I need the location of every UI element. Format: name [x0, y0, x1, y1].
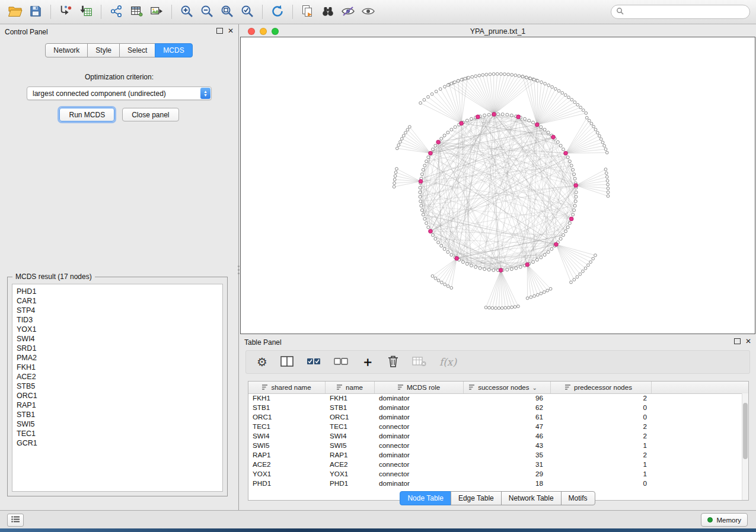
maximize-window-icon[interactable]: [272, 28, 279, 35]
table-cell[interactable]: 18: [464, 479, 551, 488]
table-cell[interactable]: connector: [375, 441, 464, 450]
tab-motifs[interactable]: Motifs: [561, 491, 595, 505]
mcds-result-node[interactable]: TEC1: [17, 429, 218, 438]
search-binoculars-button[interactable]: [318, 3, 337, 21]
table-cell[interactable]: [652, 431, 742, 441]
chevron-down-icon[interactable]: ⌄: [532, 384, 537, 391]
table-cell[interactable]: ACE2: [326, 460, 375, 469]
mcds-result-node[interactable]: YOX1: [17, 325, 218, 334]
mcds-result-node[interactable]: PHD1: [17, 287, 218, 296]
table-cell[interactable]: RAP1: [248, 450, 326, 460]
table-cell[interactable]: dominator: [375, 403, 464, 412]
create-column-button[interactable]: ＋: [361, 354, 374, 370]
table-cell[interactable]: 0: [551, 479, 652, 488]
show-columns-button[interactable]: [280, 354, 294, 370]
export-network-button[interactable]: [107, 3, 126, 21]
table-cell[interactable]: 62: [464, 403, 551, 412]
table-cell[interactable]: STB1: [248, 403, 326, 412]
table-cell[interactable]: connector: [375, 422, 464, 431]
table-row[interactable]: SWI5SWI5connector431: [248, 441, 742, 450]
table-cell[interactable]: 1: [551, 469, 652, 479]
table-row[interactable]: RAP1RAP1dominator352: [248, 450, 742, 460]
zoom-in-button[interactable]: [177, 3, 196, 21]
table-cell[interactable]: 47: [464, 422, 551, 431]
table-cell[interactable]: connector: [375, 460, 464, 469]
table-cell[interactable]: connector: [375, 469, 464, 479]
table-cell[interactable]: dominator: [375, 412, 464, 422]
close-panel-button[interactable]: Close panel: [122, 108, 178, 121]
float-window-icon[interactable]: [216, 28, 223, 34]
mcds-result-node[interactable]: TID3: [17, 315, 218, 325]
mcds-result-node[interactable]: STP4: [17, 306, 218, 315]
table-row[interactable]: FKH1FKH1dominator962: [248, 393, 742, 403]
close-window-icon[interactable]: [248, 28, 255, 35]
table-cell[interactable]: 29: [464, 469, 551, 479]
table-cell[interactable]: 35: [464, 450, 551, 460]
table-cell[interactable]: SWI4: [326, 431, 375, 441]
table-cell[interactable]: PHD1: [248, 479, 326, 488]
table-cell[interactable]: [652, 412, 742, 422]
table-cell[interactable]: ORC1: [248, 412, 326, 422]
deselect-all-button[interactable]: [334, 354, 348, 370]
mcds-result-node[interactable]: CAR1: [17, 296, 218, 306]
delete-table-button[interactable]: [412, 354, 426, 370]
scrollbar-thumb[interactable]: [743, 403, 748, 459]
table-cell[interactable]: dominator: [375, 431, 464, 441]
column-header-predecessor-nodes[interactable]: predecessor nodes: [551, 382, 652, 393]
column-header-successor-nodes[interactable]: successor nodes ⌄: [464, 382, 551, 393]
mcds-result-node[interactable]: PMA2: [17, 353, 218, 363]
table-cell[interactable]: [652, 460, 742, 469]
delete-column-button[interactable]: [387, 354, 399, 370]
hide-selected-button[interactable]: [339, 3, 358, 21]
table-cell[interactable]: dominator: [375, 450, 464, 460]
export-table-button[interactable]: [127, 3, 146, 21]
table-cell[interactable]: 0: [551, 412, 652, 422]
table-cell[interactable]: [652, 422, 742, 431]
table-cell[interactable]: SWI4: [248, 431, 326, 441]
table-scrollbar[interactable]: [742, 393, 748, 500]
mcds-result-node[interactable]: GCR1: [17, 438, 218, 448]
mcds-result-node[interactable]: RAP1: [17, 400, 218, 410]
table-cell[interactable]: 2: [551, 422, 652, 431]
close-panel-icon[interactable]: ✕: [228, 27, 234, 34]
mcds-result-node[interactable]: SWI4: [17, 334, 218, 344]
table-cell[interactable]: SWI5: [326, 441, 375, 450]
run-mcds-button[interactable]: Run MCDS: [59, 108, 114, 121]
table-options-button[interactable]: ⚙: [257, 354, 267, 370]
table-cell[interactable]: dominator: [375, 479, 464, 488]
table-row[interactable]: TEC1TEC1connector472: [248, 422, 742, 431]
zoom-selected-button[interactable]: [238, 3, 257, 21]
tab-style[interactable]: Style: [87, 43, 120, 57]
global-search-field[interactable]: [611, 5, 750, 19]
tab-network[interactable]: Network: [45, 43, 88, 57]
mcds-result-list[interactable]: PHD1CAR1STP4TID3YOX1SWI4SRD1PMA2FKH1ACE2…: [12, 284, 223, 492]
table-cell[interactable]: TEC1: [248, 422, 326, 431]
table-cell[interactable]: TEC1: [326, 422, 375, 431]
memory-button[interactable]: Memory: [701, 513, 748, 527]
tab-edge-table[interactable]: Edge Table: [451, 491, 502, 505]
table-cell[interactable]: 0: [551, 403, 652, 412]
minimize-window-icon[interactable]: [260, 28, 267, 35]
mcds-result-node[interactable]: STB5: [17, 382, 218, 391]
table-cell[interactable]: 1: [551, 460, 652, 469]
refresh-button[interactable]: [268, 3, 287, 21]
table-cell[interactable]: [652, 441, 742, 450]
close-panel-icon[interactable]: ✕: [745, 338, 751, 345]
table-cell[interactable]: SWI5: [248, 441, 326, 450]
import-network-button[interactable]: [56, 3, 75, 21]
table-cell[interactable]: PHD1: [326, 479, 375, 488]
table-cell[interactable]: [652, 469, 742, 479]
tab-mcds[interactable]: MCDS: [155, 43, 192, 57]
table-cell[interactable]: ORC1: [326, 412, 375, 422]
table-cell[interactable]: 46: [464, 431, 551, 441]
import-table-button[interactable]: [76, 3, 95, 21]
column-header-shared-name[interactable]: shared name: [248, 382, 326, 393]
mcds-result-node[interactable]: ACE2: [17, 372, 218, 382]
table-cell[interactable]: 2: [551, 431, 652, 441]
table-row[interactable]: STB1STB1dominator620: [248, 403, 742, 412]
table-cell[interactable]: FKH1: [326, 393, 375, 403]
table-row[interactable]: ACE2ACE2connector311: [248, 460, 742, 469]
table-cell[interactable]: 96: [464, 393, 551, 403]
select-all-button[interactable]: [307, 354, 321, 370]
duplicate-network-button[interactable]: [298, 3, 317, 21]
